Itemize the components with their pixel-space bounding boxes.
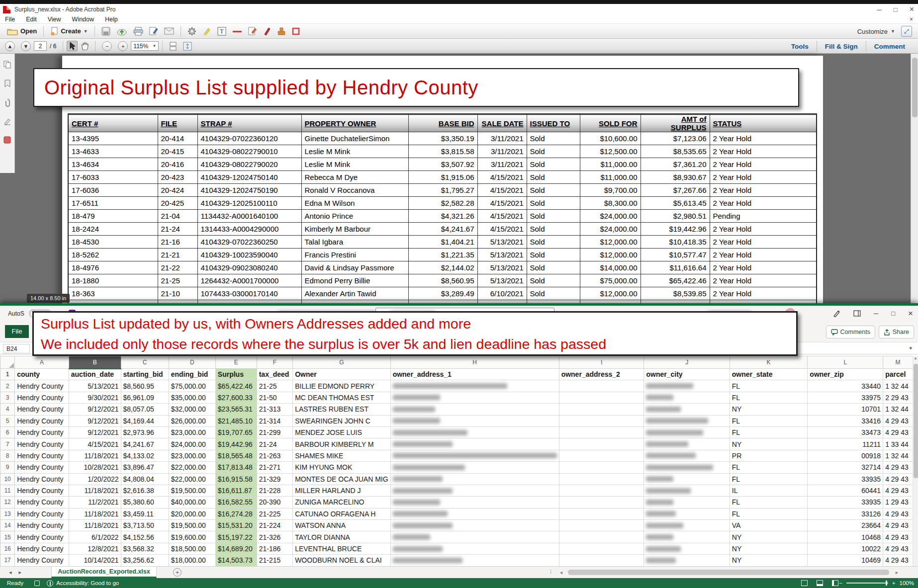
sheet-next-icon[interactable]: ▸ — [19, 569, 29, 575]
cell[interactable]: 21-271 — [257, 462, 292, 473]
cell[interactable]: 23664 — [808, 520, 883, 531]
cell-redacted[interactable] — [644, 404, 730, 415]
cell[interactable]: $3,568.32 — [121, 543, 169, 554]
cell[interactable]: $16,611.87 — [215, 485, 257, 496]
excel-vertical-scrollbar[interactable]: ▲ — [913, 356, 918, 566]
cell[interactable]: Hendry County — [15, 462, 69, 473]
header-cell[interactable]: owner_address_1 — [390, 369, 559, 380]
header-cell[interactable]: owner_address_2 — [559, 369, 644, 380]
cell[interactable]: 21-228 — [257, 485, 292, 496]
page-layout-view-icon[interactable] — [817, 580, 823, 586]
cell-redacted[interactable] — [390, 450, 559, 461]
cell[interactable]: $8,057.05 — [121, 404, 169, 415]
cell-redacted[interactable] — [644, 508, 730, 519]
cell[interactable]: $5,380.60 — [121, 497, 169, 508]
tab-file[interactable]: File — [5, 325, 29, 338]
zoom-level-select[interactable]: 115% ▼ — [131, 41, 159, 51]
cell[interactable]: 21-225 — [257, 508, 292, 519]
column-header-E[interactable]: E — [215, 356, 257, 369]
cell[interactable]: 21-326 — [257, 531, 292, 543]
cell[interactable]: $19,500.00 — [169, 485, 215, 496]
tab-comment[interactable]: Comment — [866, 43, 913, 50]
cell-redacted[interactable] — [559, 473, 644, 485]
cell-redacted[interactable] — [559, 531, 644, 543]
cell-redacted[interactable] — [559, 508, 644, 519]
cell[interactable]: $18,565.48 — [215, 450, 257, 461]
cell[interactable]: 21-50 — [257, 392, 292, 403]
cell[interactable]: $4,152.56 — [121, 531, 169, 543]
row-number[interactable]: 15 — [0, 531, 15, 543]
cell[interactable]: Hendry County — [15, 555, 69, 566]
cell-redacted[interactable] — [390, 404, 559, 415]
cell[interactable]: $19,600.00 — [169, 531, 215, 543]
fit-page-button[interactable] — [180, 42, 195, 51]
cell[interactable]: $2,616.38 — [121, 485, 169, 496]
cell-redacted[interactable] — [559, 555, 644, 566]
cell-redacted[interactable] — [390, 426, 559, 438]
row-number[interactable]: 14 — [0, 520, 15, 531]
scrolling-mode-button[interactable] — [166, 42, 180, 51]
row-number[interactable]: 11 — [0, 485, 15, 496]
cell[interactable]: FL — [730, 473, 808, 485]
attachments-icon[interactable] — [4, 98, 10, 107]
header-cell[interactable]: parcel — [883, 369, 913, 380]
cell[interactable]: MILLER HARLAND J — [293, 485, 390, 496]
cell[interactable]: Hendry County — [15, 426, 69, 438]
cell[interactable]: $2,973.96 — [121, 426, 169, 438]
cell[interactable]: $75,000.00 — [169, 380, 215, 392]
cell[interactable]: $17,813.48 — [215, 462, 257, 473]
row-number[interactable]: 1 — [0, 369, 15, 380]
cell[interactable]: 33416 — [808, 415, 883, 426]
create-button[interactable]: Create ▼ — [47, 27, 91, 36]
highlight-button[interactable] — [199, 27, 214, 36]
close-icon[interactable]: × — [910, 5, 914, 14]
draw-pen-icon[interactable] — [833, 310, 840, 317]
cell[interactable]: Hendry County — [15, 497, 69, 508]
cell[interactable]: 4 29 43 — [883, 415, 913, 426]
cell[interactable]: 11/18/2021 — [69, 485, 121, 496]
cell[interactable]: 20-390 — [257, 497, 292, 508]
cell-redacted[interactable] — [390, 462, 559, 473]
cell[interactable]: WATSON ANNA — [293, 520, 390, 531]
cell[interactable]: CATUNAO ORFAGENA H — [293, 508, 390, 519]
cell[interactable]: Hendry County — [15, 415, 69, 426]
cell[interactable]: $3,713.50 — [121, 520, 169, 531]
column-header-G[interactable]: G — [293, 356, 390, 369]
column-header-F[interactable]: F — [257, 356, 292, 369]
cell[interactable]: TAYLOR DIANNA — [293, 531, 390, 543]
column-header-M[interactable]: M — [883, 356, 913, 369]
cell[interactable]: PR — [730, 450, 808, 461]
share-cloud-button[interactable] — [113, 27, 130, 36]
open-button[interactable]: Open — [4, 27, 40, 35]
cell-redacted[interactable] — [644, 555, 730, 566]
cell-redacted[interactable] — [559, 520, 644, 531]
cell[interactable]: 9/12/2021 — [69, 404, 121, 415]
cell[interactable]: 21-313 — [257, 404, 292, 415]
cell[interactable]: LEVENTHAL BRUCE — [293, 543, 390, 554]
cell[interactable]: ZUNIGA MARCELINO — [293, 497, 390, 508]
column-header-H[interactable]: H — [390, 356, 559, 369]
row-number[interactable]: 5 — [0, 415, 15, 426]
cell[interactable]: $24,000.00 — [169, 438, 215, 450]
cell[interactable]: 4 29 43 — [883, 508, 913, 519]
cell[interactable]: 33935 — [808, 473, 883, 485]
cell-redacted[interactable] — [559, 415, 644, 426]
cell[interactable]: $16,274.28 — [215, 508, 257, 519]
close-icon[interactable]: × — [908, 309, 913, 319]
cell[interactable]: 21-24 — [257, 438, 292, 450]
cell[interactable]: Hendry County — [15, 508, 69, 519]
cell-redacted[interactable] — [390, 392, 559, 403]
cell[interactable]: 9/30/2021 — [69, 392, 121, 403]
cell[interactable]: 32714 — [808, 462, 883, 473]
cell[interactable]: $14,689.20 — [215, 543, 257, 554]
cell[interactable]: $3,896.47 — [121, 462, 169, 473]
cell[interactable]: $22,000.00 — [169, 473, 215, 485]
cell[interactable]: VA — [730, 520, 808, 531]
column-header-A[interactable]: A — [15, 356, 69, 369]
column-header-L[interactable]: L — [808, 356, 883, 369]
cell[interactable]: 11211 — [808, 438, 883, 450]
cell-redacted[interactable] — [644, 497, 730, 508]
hand-tool-button[interactable] — [78, 42, 92, 50]
cell[interactable]: $35,000.00 — [169, 392, 215, 403]
zoom-level[interactable]: 100% — [900, 580, 914, 586]
